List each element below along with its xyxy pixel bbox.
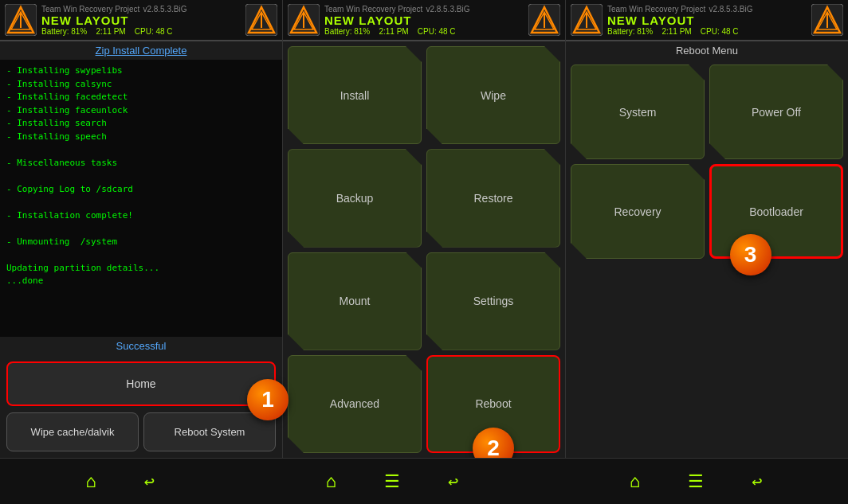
- menu-icon-2[interactable]: ☰: [384, 471, 400, 491]
- home-icon-1[interactable]: ⌂: [85, 471, 96, 491]
- wipe-cache-button[interactable]: Wipe cache/dalvik: [6, 412, 139, 451]
- badge-3: 3: [730, 234, 771, 275]
- app-version-1: v2.8.5.3.BiG: [143, 5, 186, 14]
- back-icon-3[interactable]: ↩: [752, 471, 762, 491]
- reboot-system-button[interactable]: Reboot System: [143, 412, 276, 451]
- mount-button[interactable]: Mount: [288, 252, 422, 350]
- recovery-button[interactable]: Recovery: [571, 164, 705, 259]
- header-text-3: Team Win Recovery Project v2.8.5.3.BiG N…: [607, 5, 807, 36]
- log-title: Zip Install Complete: [0, 41, 282, 60]
- wipe-button[interactable]: Wipe: [426, 46, 560, 144]
- reboot-menu-title: Reboot Menu: [566, 41, 848, 60]
- log-panel: Team Win Recovery Project v2.8.5.3.BiG N…: [0, 0, 283, 458]
- taskbar-group-1: ⌂ ↩: [85, 471, 155, 491]
- back-icon-1[interactable]: ↩: [144, 471, 155, 491]
- badge-1: 1: [247, 379, 289, 420]
- layout-title-1: NEW LAYOUT: [41, 14, 241, 27]
- success-label: Successful: [0, 337, 282, 355]
- bootloader-button[interactable]: Bootloader 3: [709, 164, 843, 259]
- twrp-logo-3: [571, 4, 603, 36]
- app-name-1: Team Win Recovery Project: [41, 5, 139, 14]
- app-version-2: v2.8.5.3.BiG: [426, 5, 469, 14]
- settings-button[interactable]: Settings: [426, 252, 560, 350]
- home-icon-3[interactable]: ⌂: [630, 471, 640, 491]
- reboot-menu-panel: Team Win Recovery Project v2.8.5.3.BiG N…: [566, 0, 848, 458]
- backup-button[interactable]: Backup: [288, 149, 422, 247]
- taskbar-group-2: ⌂ ☰ ↩: [326, 471, 459, 491]
- twrp-logo-1: [5, 4, 37, 36]
- header-text-2: Team Win Recovery Project v2.8.5.3.BiG N…: [324, 5, 524, 36]
- power-off-button[interactable]: Power Off: [709, 64, 843, 159]
- restore-button[interactable]: Restore: [426, 149, 560, 247]
- home-button[interactable]: Home 1: [6, 361, 276, 406]
- header-bar-3: Team Win Recovery Project v2.8.5.3.BiG N…: [566, 0, 848, 41]
- twrp-logo-2b: [528, 4, 560, 36]
- twrp-logo-2: [288, 4, 320, 36]
- header-bar-1: Team Win Recovery Project v2.8.5.3.BiG N…: [0, 0, 282, 41]
- app-name-3: Team Win Recovery Project: [607, 5, 705, 14]
- twrp-logo-1b: [245, 4, 277, 36]
- taskbar-group-3: ⌂ ☰ ↩: [630, 471, 763, 491]
- app-name-2: Team Win Recovery Project: [324, 5, 422, 14]
- layout-title-2: NEW LAYOUT: [324, 14, 524, 27]
- badge-2: 2: [473, 428, 514, 458]
- app-version-3: v2.8.5.3.BiG: [709, 5, 752, 14]
- status-bar-3: Battery: 81% 2:11 PM CPU: 48 C: [607, 27, 807, 36]
- status-bar-1: Battery: 81% 2:11 PM CPU: 48 C: [41, 27, 241, 36]
- menu-icon-3[interactable]: ☰: [688, 471, 704, 491]
- home-icon-2[interactable]: ⌂: [326, 471, 336, 491]
- header-bar-2: Team Win Recovery Project v2.8.5.3.BiG N…: [283, 0, 565, 41]
- reboot-button[interactable]: Reboot 2: [426, 355, 560, 453]
- reboot-menu-grid: System Power Off Recovery Bootloader 3: [566, 60, 848, 264]
- log-content: - Installing swypelibs - Installing cals…: [0, 60, 282, 337]
- install-button[interactable]: Install: [288, 46, 422, 144]
- log-bottom-buttons: Home 1: [0, 355, 282, 412]
- header-text-1: Team Win Recovery Project v2.8.5.3.BiG N…: [41, 5, 241, 36]
- system-button[interactable]: System: [571, 64, 705, 159]
- status-bar-2: Battery: 81% 2:11 PM CPU: 48 C: [324, 27, 524, 36]
- back-icon-2[interactable]: ↩: [448, 471, 458, 491]
- main-menu-grid: Install Wipe Backup Restore Mount Settin…: [283, 41, 565, 458]
- layout-title-3: NEW LAYOUT: [607, 14, 807, 27]
- main-menu-panel: Team Win Recovery Project v2.8.5.3.BiG N…: [283, 0, 566, 458]
- advanced-button[interactable]: Advanced: [288, 355, 422, 453]
- twrp-logo-3b: [811, 4, 843, 36]
- taskbar: ⌂ ↩ ⌂ ☰ ↩ ⌂ ☰ ↩: [0, 458, 848, 504]
